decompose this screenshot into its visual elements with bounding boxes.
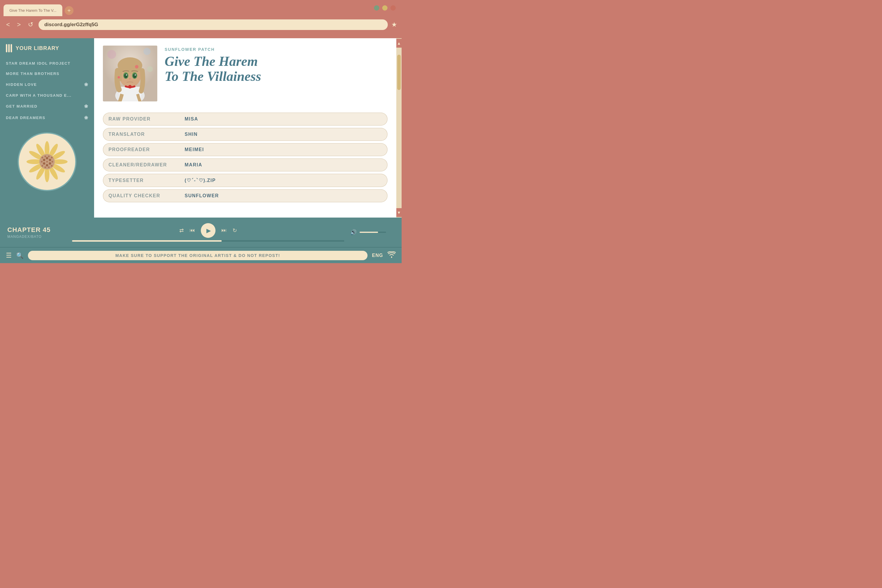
- new-tab-button[interactable]: +: [64, 6, 74, 15]
- player-bar: CHAPTER 45 MANGADEX/BATO ⇄ ⏮ ▶ ⏭ ↻ 🔊: [0, 218, 402, 247]
- volume-fill: [360, 232, 378, 233]
- svg-point-23: [42, 157, 43, 159]
- main-area: YOUR LIBRARY STAR DREAM IDOL PROJECT MOR…: [0, 38, 402, 218]
- manga-cover: [103, 46, 157, 101]
- role-label: TRANSLATOR: [103, 128, 179, 141]
- table-row: PROOFREADER MEIMEI: [103, 143, 387, 156]
- chapter-info: CHAPTER 45 MANGADEX/BATO: [8, 226, 66, 239]
- address-bar[interactable]: [39, 20, 388, 30]
- sidebar-item-label: MORE THAN BROTHERS: [6, 72, 59, 76]
- volume-area: 🔊: [350, 229, 394, 236]
- repeat-button[interactable]: ↻: [232, 227, 237, 234]
- svg-point-26: [51, 165, 52, 167]
- sidebar-item-hidden-love[interactable]: HIDDEN LOVE ❀: [0, 79, 94, 90]
- svg-point-27: [42, 165, 43, 167]
- maximize-button[interactable]: [382, 5, 387, 10]
- cover-art: [103, 46, 157, 101]
- sidebar-item-label: CARP WITH A THOUSAND E...: [6, 93, 72, 98]
- svg-point-33: [144, 48, 150, 55]
- chapter-source: MANGADEX/BATO: [8, 235, 66, 239]
- bookmark-button[interactable]: ★: [392, 21, 397, 28]
- chevron-down-icon: ▼: [397, 210, 401, 215]
- svg-point-25: [41, 161, 43, 163]
- manga-header: SUNFLOWER PATCH Give The Harem To The Vi…: [103, 46, 387, 101]
- sidebar-item-more-than-brothers[interactable]: MORE THAN BROTHERS: [0, 69, 94, 79]
- name-value: (♡ˊ-ˋ♡).ZIP: [179, 174, 387, 187]
- active-tab[interactable]: Give The Harem To The V...: [3, 4, 62, 16]
- svg-point-20: [48, 156, 50, 157]
- svg-point-32: [107, 50, 116, 59]
- title-line2: To The Villainess: [165, 69, 261, 84]
- sidebar-item-dear-dreamers[interactable]: DEAR DREAMERS ❀: [0, 112, 94, 123]
- scroll-down-button[interactable]: ▼: [396, 208, 402, 217]
- volume-bar[interactable]: [360, 232, 386, 233]
- volume-icon[interactable]: 🔊: [350, 229, 357, 236]
- role-label: QUALITY CHECKER: [103, 189, 179, 202]
- svg-point-42: [124, 74, 128, 78]
- svg-point-45: [135, 74, 136, 75]
- table-row: TRANSLATOR SHIN: [103, 128, 387, 141]
- library-list: STAR DREAM IDOL PROJECT MORE THAN BROTHE…: [0, 58, 94, 123]
- scroll-thumb[interactable]: [397, 55, 401, 90]
- role-label: RAW PROVIDER: [103, 112, 179, 126]
- shuffle-button[interactable]: ⇄: [179, 227, 184, 234]
- name-value: MEIMEI: [179, 143, 387, 156]
- table-row: QUALITY CHECKER SUNFLOWER: [103, 189, 387, 202]
- player-controls: ⇄ ⏮ ▶ ⏭ ↻: [72, 223, 344, 242]
- sidebar-title: YOUR LIBRARY: [16, 45, 59, 51]
- browser-chrome: Give The Harem To The V... + < > ↺ ★: [0, 0, 402, 38]
- manga-title-area: SUNFLOWER PATCH Give The Harem To The Vi…: [165, 46, 387, 101]
- scroll-up-button[interactable]: ▲: [396, 39, 402, 48]
- sunflower-logo-area: [0, 132, 94, 191]
- close-button[interactable]: [390, 5, 396, 10]
- svg-point-47: [128, 85, 132, 88]
- table-row: RAW PROVIDER MISA: [103, 112, 387, 126]
- progress-bar[interactable]: [72, 240, 344, 242]
- title-line1: Give The Harem: [165, 54, 258, 69]
- plus-icon: +: [68, 8, 71, 14]
- manga-title: Give The Harem To The Villainess: [165, 54, 387, 84]
- sidebar-header: YOUR LIBRARY: [0, 44, 94, 58]
- name-value: SUNFLOWER: [179, 189, 387, 202]
- sidebar-item-carp[interactable]: CARP WITH A THOUSAND E...: [0, 90, 94, 100]
- credits-table: RAW PROVIDER MISA TRANSLATOR SHIN PROOFR…: [103, 110, 387, 205]
- menu-button[interactable]: ☰: [6, 252, 12, 259]
- svg-point-16: [46, 164, 48, 166]
- search-button[interactable]: 🔍: [16, 252, 24, 259]
- svg-point-29: [44, 166, 46, 168]
- svg-point-46: [129, 78, 130, 80]
- publisher-label: SUNFLOWER PATCH: [165, 47, 387, 52]
- controls-buttons: ⇄ ⏮ ▶ ⏭ ↻: [179, 223, 237, 238]
- chapter-title: CHAPTER 45: [8, 226, 66, 234]
- sidebar-item-get-married[interactable]: GET MARRIED ❀: [0, 100, 94, 112]
- play-button[interactable]: ▶: [201, 223, 216, 238]
- refresh-button[interactable]: ↺: [26, 20, 35, 30]
- window-controls: [374, 5, 396, 10]
- svg-point-17: [43, 162, 45, 165]
- library-icon: [6, 44, 12, 52]
- svg-point-28: [48, 166, 50, 168]
- next-button[interactable]: ⏭: [221, 227, 226, 233]
- previous-button[interactable]: ⏮: [190, 227, 195, 233]
- forward-button[interactable]: >: [15, 20, 22, 30]
- flower-icon: ❀: [84, 104, 88, 109]
- svg-point-34: [147, 66, 153, 72]
- flower-icon: ❀: [84, 82, 88, 87]
- flower-icon: ❀: [84, 115, 88, 120]
- name-value: MISA: [179, 112, 387, 126]
- scroll-track[interactable]: [396, 48, 402, 208]
- svg-point-19: [46, 161, 48, 163]
- back-button[interactable]: <: [4, 20, 12, 30]
- role-label: PROOFREADER: [103, 143, 179, 156]
- wifi-icon: [387, 251, 396, 259]
- sunflower-circle: [18, 132, 76, 191]
- progress-fill: [72, 240, 222, 242]
- role-label: TYPESETTER: [103, 174, 179, 187]
- sidebar-item-label: HIDDEN LOVE: [6, 82, 37, 87]
- scrollbar: ▲ ▼: [396, 38, 402, 218]
- svg-point-44: [126, 74, 127, 75]
- sidebar-item-star-dream[interactable]: STAR DREAM IDOL PROJECT: [0, 58, 94, 69]
- bottom-bar: ☰ 🔍 MAKE SURE TO SUPPORT THE ORIGINAL AR…: [0, 247, 402, 263]
- minimize-button[interactable]: [374, 5, 379, 10]
- language-selector[interactable]: ENG: [372, 253, 383, 258]
